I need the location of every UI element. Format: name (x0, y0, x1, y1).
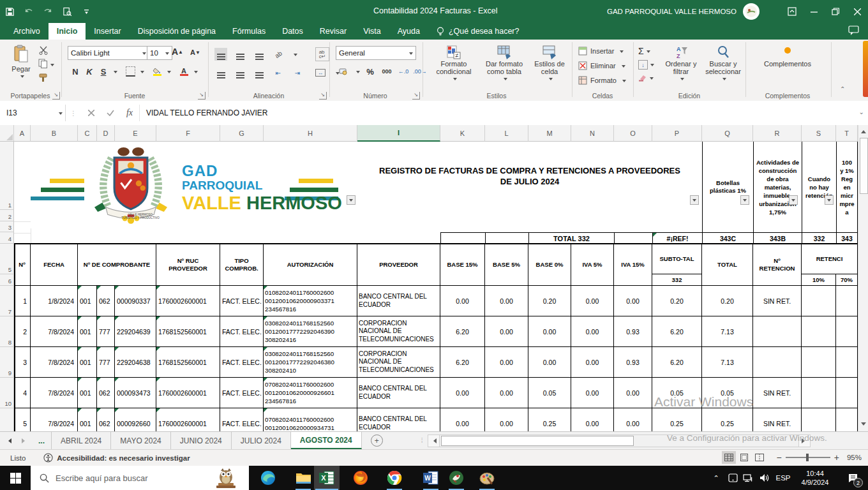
cell[interactable]: 000093473 (115, 378, 156, 408)
row-header-5[interactable]: 5 (0, 244, 14, 274)
cell[interactable]: 0.93 (614, 347, 652, 378)
th-proveedor[interactable]: PROVEEDOR (357, 244, 440, 286)
row-header-6[interactable]: 6 (0, 274, 14, 286)
shrink-font-button[interactable]: A▼ (189, 46, 202, 59)
addins-button[interactable]: Complementos (753, 47, 822, 68)
cell[interactable]: 0.00 (614, 408, 652, 431)
word-icon[interactable]: W (421, 466, 440, 490)
col-header-M[interactable]: M (528, 125, 571, 142)
col-header-L[interactable]: L (485, 125, 528, 142)
row-header-2[interactable]: 2 (0, 210, 14, 221)
cell-Q4[interactable]: 343C (702, 232, 753, 244)
volume-icon[interactable] (757, 466, 772, 490)
align-right-button[interactable] (253, 66, 266, 79)
cell-Q1[interactable]: Botellas plásticas 1% (702, 142, 753, 232)
col-header-D[interactable]: D (97, 125, 115, 142)
th-fecha[interactable]: FECHA (31, 244, 78, 286)
accounting-format-button[interactable] (337, 65, 350, 78)
copy-icon[interactable] (38, 59, 54, 70)
align-center-button[interactable] (234, 66, 246, 79)
page-break-view-icon[interactable] (752, 451, 767, 464)
cell[interactable]: 2 (14, 316, 31, 347)
cell[interactable]: SIN RET. (753, 408, 802, 431)
accessibility-status[interactable]: Accesibilidad: es necesario investigar (57, 454, 190, 462)
cell-styles-button[interactable]: Estilos de celda (531, 45, 568, 82)
cell[interactable]: 0.00 (485, 316, 528, 347)
col-header-A[interactable]: A (14, 125, 31, 142)
cell[interactable]: 0.25 (702, 408, 753, 431)
cell[interactable]: FACT. ELEC. (220, 286, 264, 316)
format-cells-button[interactable]: Formato (578, 76, 626, 85)
cell[interactable]: 000092660 (115, 408, 156, 431)
cell-S1[interactable]: Cuando no hay retención (802, 142, 836, 232)
bird-app-icon[interactable] (447, 466, 466, 490)
chrome-icon[interactable] (385, 466, 404, 490)
cell-T4[interactable]: 343 (836, 232, 858, 244)
cell[interactable]: 062 (97, 408, 115, 431)
cell[interactable]: 0.00 (571, 347, 614, 378)
redo-icon[interactable] (38, 2, 57, 21)
fill-color-button[interactable] (151, 65, 163, 78)
excel-taskbar-icon[interactable]: X (314, 466, 340, 490)
cell[interactable] (836, 347, 858, 378)
clear-button[interactable] (638, 74, 654, 82)
tab-ayuda[interactable]: Ayuda (389, 23, 428, 40)
align-left-button[interactable] (214, 66, 227, 79)
th-comprobante[interactable]: Nº DE COMPROBANTE (78, 244, 156, 286)
cell[interactable]: 0.20 (702, 286, 753, 316)
cell[interactable] (753, 316, 802, 347)
row-header-10[interactable]: 10 (0, 378, 14, 408)
undo-icon[interactable] (19, 2, 38, 21)
cell[interactable] (802, 316, 836, 347)
cell[interactable]: 0.20 (652, 286, 702, 316)
cell[interactable]: 062 (97, 286, 115, 316)
enter-entry-icon[interactable] (101, 103, 120, 122)
cell[interactable]: BANCO CENTRAL DEL ECUADOR (357, 286, 440, 316)
col-header-K[interactable]: K (440, 125, 485, 142)
cell[interactable]: 001 (78, 347, 97, 378)
cell[interactable]: 0.00 (571, 316, 614, 347)
cell[interactable] (802, 408, 836, 431)
hscroll-thumb[interactable] (441, 436, 634, 446)
page-layout-view-icon[interactable] (737, 451, 751, 464)
th-ret-70[interactable]: 70% (836, 274, 858, 286)
row-header-4[interactable]: 4 (0, 232, 14, 244)
cell[interactable]: 001 (78, 286, 97, 316)
number-format-select[interactable]: General (336, 46, 416, 60)
cell[interactable]: 03082024011768152560 0012001777229204639… (264, 316, 357, 347)
cell[interactable]: BANCO CENTRAL DEL ECUADOR (357, 408, 440, 431)
align-top-button[interactable] (214, 48, 227, 61)
cell[interactable]: 7/8/2024 (31, 347, 78, 378)
cell[interactable]: 1768152560001 (156, 347, 220, 378)
name-box[interactable]: I13 (0, 101, 65, 125)
cell[interactable]: 229204638 (115, 347, 156, 378)
col-header-E[interactable]: E (115, 125, 156, 142)
cell-L4[interactable] (485, 232, 528, 244)
cell[interactable]: FACT. ELEC. (220, 347, 264, 378)
th-total[interactable]: TOTAL (702, 244, 753, 286)
cell[interactable]: 3 (14, 347, 31, 378)
cell[interactable]: 0.00 (485, 347, 528, 378)
comments-icon[interactable] (848, 26, 859, 38)
increase-indent-button[interactable]: ⇥ (291, 66, 304, 79)
scroll-up-icon[interactable] (858, 125, 868, 136)
zoom-out-button[interactable]: − (777, 452, 782, 463)
cell[interactable]: SIN RET. (753, 378, 802, 408)
save-icon[interactable] (0, 2, 19, 21)
alignment-dialog-launcher[interactable]: ↘ (319, 92, 327, 100)
tab-disposicion[interactable]: Disposición de página (130, 23, 224, 40)
cell[interactable] (753, 347, 802, 378)
col-header-P[interactable]: P (652, 125, 702, 142)
formula-input[interactable]: VIDAL TELLO FERNANDO JAVIER (146, 108, 268, 117)
edge-icon[interactable] (258, 466, 278, 490)
sheet-nav-right-icon[interactable] (17, 436, 32, 445)
col-header-B[interactable]: B (31, 125, 78, 142)
cell[interactable]: 07082024011760002600 0012001062000093473… (264, 408, 357, 431)
th-autorizacion[interactable]: AUTORIZACIÓN (264, 244, 357, 286)
row-header-9[interactable]: 9 (0, 347, 14, 378)
hscroll-left-icon[interactable] (428, 434, 440, 447)
th-subtotal[interactable]: SUBTO-TAL (652, 244, 702, 274)
cell[interactable]: FACT. ELEC. (220, 316, 264, 347)
font-size-select[interactable]: 10 (147, 46, 172, 60)
cell[interactable]: 7/8/2024 (31, 316, 78, 347)
